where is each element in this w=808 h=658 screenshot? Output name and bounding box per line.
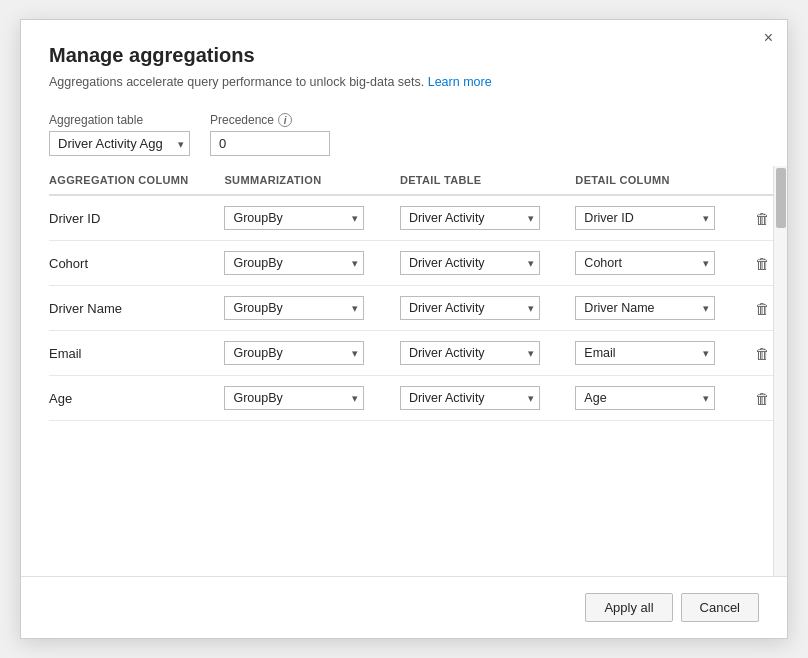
- detail-table-select[interactable]: Driver Activity: [400, 296, 540, 320]
- summarization-select-wrapper[interactable]: GroupBy: [224, 296, 364, 320]
- detail-column-select-wrapper[interactable]: Email: [575, 341, 715, 365]
- aggregations-table: AGGREGATION COLUMN SUMMARIZATION DETAIL …: [49, 166, 787, 421]
- precedence-input[interactable]: [210, 131, 330, 156]
- detail-table-cell: Driver Activity: [400, 195, 575, 241]
- detail-column-select[interactable]: Email: [575, 341, 715, 365]
- detail-table-cell: Driver Activity: [400, 286, 575, 331]
- scrollbar-track[interactable]: [773, 166, 787, 576]
- summarization-cell: GroupBy: [224, 331, 399, 376]
- col-header-detail-table: DETAIL TABLE: [400, 166, 575, 195]
- summarization-select-wrapper[interactable]: GroupBy: [224, 341, 364, 365]
- detail-table-select-wrapper[interactable]: Driver Activity: [400, 296, 540, 320]
- detail-table-cell: Driver Activity: [400, 376, 575, 421]
- apply-all-button[interactable]: Apply all: [585, 593, 672, 622]
- agg-column-cell: Driver Name: [49, 286, 224, 331]
- detail-column-select-wrapper[interactable]: Age: [575, 386, 715, 410]
- table-body: Driver IDGroupByDriver ActivityDriver ID…: [49, 195, 787, 421]
- table-header: AGGREGATION COLUMN SUMMARIZATION DETAIL …: [49, 166, 787, 195]
- aggregation-table-select-wrapper[interactable]: Driver Activity Agg: [49, 131, 190, 156]
- detail-column-select[interactable]: Driver Name: [575, 296, 715, 320]
- summarization-select[interactable]: GroupBy: [224, 341, 364, 365]
- delete-row-button[interactable]: 🗑: [751, 254, 774, 273]
- table-container: AGGREGATION COLUMN SUMMARIZATION DETAIL …: [21, 166, 787, 576]
- dialog-subtitle: Aggregations accelerate query performanc…: [49, 75, 759, 89]
- aggregation-table-select[interactable]: Driver Activity Agg: [49, 131, 190, 156]
- delete-row-button[interactable]: 🗑: [751, 299, 774, 318]
- summarization-select-wrapper[interactable]: GroupBy: [224, 206, 364, 230]
- learn-more-link[interactable]: Learn more: [428, 75, 492, 89]
- close-button[interactable]: ×: [764, 30, 773, 46]
- table-scroll[interactable]: AGGREGATION COLUMN SUMMARIZATION DETAIL …: [49, 166, 787, 421]
- col-header-detail-column: DETAIL COLUMN: [575, 166, 750, 195]
- precedence-group: Precedence i: [210, 113, 330, 156]
- table-row: CohortGroupByDriver ActivityCohort🗑: [49, 241, 787, 286]
- manage-aggregations-dialog: × Manage aggregations Aggregations accel…: [20, 19, 788, 639]
- table-row: Driver NameGroupByDriver ActivityDriver …: [49, 286, 787, 331]
- detail-table-select[interactable]: Driver Activity: [400, 206, 540, 230]
- summarization-select-wrapper[interactable]: GroupBy: [224, 386, 364, 410]
- table-row: EmailGroupByDriver ActivityEmail🗑: [49, 331, 787, 376]
- detail-table-select-wrapper[interactable]: Driver Activity: [400, 386, 540, 410]
- delete-row-button[interactable]: 🗑: [751, 344, 774, 363]
- col-header-summarization: SUMMARIZATION: [224, 166, 399, 195]
- agg-column-cell: Driver ID: [49, 195, 224, 241]
- summarization-cell: GroupBy: [224, 195, 399, 241]
- summarization-select[interactable]: GroupBy: [224, 296, 364, 320]
- dialog-header: Manage aggregations Aggregations acceler…: [21, 20, 787, 99]
- aggregation-table-group: Aggregation table Driver Activity Agg: [49, 113, 190, 156]
- summarization-select-wrapper[interactable]: GroupBy: [224, 251, 364, 275]
- agg-column-cell: Age: [49, 376, 224, 421]
- controls-row: Aggregation table Driver Activity Agg Pr…: [21, 99, 787, 166]
- detail-column-cell: Driver ID: [575, 195, 750, 241]
- summarization-cell: GroupBy: [224, 241, 399, 286]
- dialog-title: Manage aggregations: [49, 44, 759, 67]
- table-row: AgeGroupByDriver ActivityAge🗑: [49, 376, 787, 421]
- detail-column-select-wrapper[interactable]: Driver ID: [575, 206, 715, 230]
- detail-column-select[interactable]: Driver ID: [575, 206, 715, 230]
- detail-column-cell: Driver Name: [575, 286, 750, 331]
- detail-column-select-wrapper[interactable]: Driver Name: [575, 296, 715, 320]
- subtitle-text: Aggregations accelerate query performanc…: [49, 75, 424, 89]
- detail-table-cell: Driver Activity: [400, 241, 575, 286]
- detail-column-cell: Cohort: [575, 241, 750, 286]
- table-row: Driver IDGroupByDriver ActivityDriver ID…: [49, 195, 787, 241]
- detail-table-select-wrapper[interactable]: Driver Activity: [400, 341, 540, 365]
- detail-column-cell: Age: [575, 376, 750, 421]
- agg-column-cell: Email: [49, 331, 224, 376]
- scrollbar-thumb: [776, 168, 786, 228]
- detail-table-select[interactable]: Driver Activity: [400, 386, 540, 410]
- summarization-cell: GroupBy: [224, 376, 399, 421]
- dialog-footer: Apply all Cancel: [21, 576, 787, 638]
- precedence-label: Precedence i: [210, 113, 330, 127]
- precedence-info-icon: i: [278, 113, 292, 127]
- detail-table-select-wrapper[interactable]: Driver Activity: [400, 206, 540, 230]
- detail-table-cell: Driver Activity: [400, 331, 575, 376]
- detail-column-select[interactable]: Age: [575, 386, 715, 410]
- detail-column-cell: Email: [575, 331, 750, 376]
- col-header-agg-column: AGGREGATION COLUMN: [49, 166, 224, 195]
- detail-table-select[interactable]: Driver Activity: [400, 341, 540, 365]
- delete-row-button[interactable]: 🗑: [751, 389, 774, 408]
- cancel-button[interactable]: Cancel: [681, 593, 759, 622]
- detail-column-select[interactable]: Cohort: [575, 251, 715, 275]
- detail-table-select-wrapper[interactable]: Driver Activity: [400, 251, 540, 275]
- aggregation-table-label: Aggregation table: [49, 113, 190, 127]
- delete-row-button[interactable]: 🗑: [751, 209, 774, 228]
- detail-table-select[interactable]: Driver Activity: [400, 251, 540, 275]
- summarization-select[interactable]: GroupBy: [224, 386, 364, 410]
- agg-column-cell: Cohort: [49, 241, 224, 286]
- summarization-select[interactable]: GroupBy: [224, 251, 364, 275]
- summarization-select[interactable]: GroupBy: [224, 206, 364, 230]
- summarization-cell: GroupBy: [224, 286, 399, 331]
- detail-column-select-wrapper[interactable]: Cohort: [575, 251, 715, 275]
